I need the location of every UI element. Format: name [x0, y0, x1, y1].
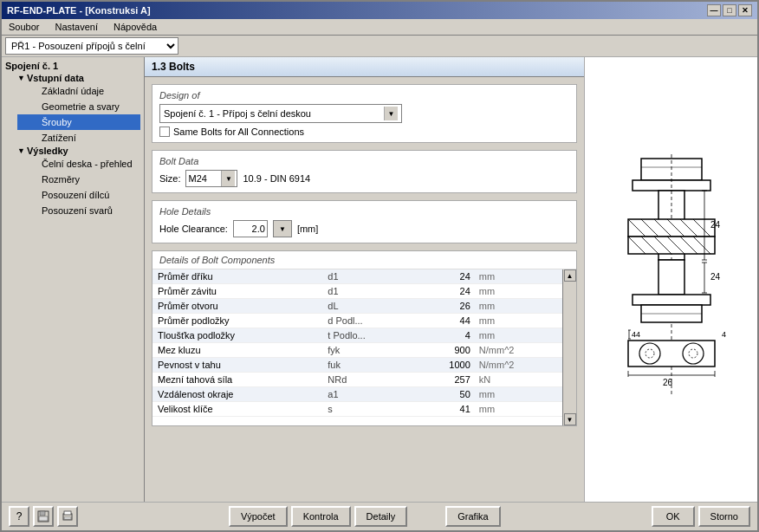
svg-text:24: 24 [710, 220, 721, 230]
expand-icon-vysledky: ▼ [17, 146, 25, 155]
detail-value: 41 [416, 402, 474, 417]
size-label: Size: [159, 173, 180, 184]
expand-icon-vstupni: ▼ [17, 74, 25, 82]
scroll-down[interactable]: ▼ [564, 413, 576, 425]
tree-root: Spojení č. 1 ▼ Vstupní data Základní úda… [5, 61, 140, 218]
svg-rect-20 [632, 295, 710, 305]
detail-name: Průměr podložky [152, 314, 322, 328]
size-value: M24 [188, 173, 206, 184]
sidebar-item-geometrie[interactable]: Geometrie a svary [17, 99, 140, 114]
minimize-button[interactable]: — [707, 4, 721, 16]
window-title: RF-END-PLATE - [Konstruksi A] [7, 5, 151, 16]
detail-name: Vzdálenost okraje [152, 387, 322, 402]
svg-text:24: 24 [710, 272, 721, 282]
sidebar-item-zatizeni[interactable]: Zatížení [17, 130, 140, 146]
sidebar-item-celni[interactable]: Čelní deska - přehled [17, 156, 140, 172]
window-controls: — □ ✕ [707, 4, 752, 16]
hole-details-section: Hole Details Hole Clearance: ▼ [mm] [152, 200, 577, 243]
size-dropdown[interactable]: M24 ▼ [185, 170, 237, 187]
detail-unit: mm [474, 284, 562, 299]
detail-value: 900 [416, 343, 474, 358]
panel-body: Design of Spojení č. 1 - Přípoj s čelní … [145, 77, 584, 502]
clearance-dropdown[interactable]: ▼ [273, 220, 292, 237]
sidebar-item-rozmery[interactable]: Rozměry [17, 172, 140, 187]
diagram-panel: 24 24 26 [584, 57, 757, 502]
design-dropdown-arrow[interactable]: ▼ [384, 107, 398, 120]
storno-button[interactable]: Storno [698, 506, 750, 527]
detaily-button[interactable]: Detaily [354, 506, 408, 527]
toolbar: PŘ1 - Posouzení přípojů s čelní [2, 36, 757, 57]
table-row: Průměr podložky d Podl... 44 mm [152, 314, 562, 328]
sidebar-item-posouzeni-svaru[interactable]: Posouzení svarů [17, 203, 140, 218]
tree-group-vstupni: ▼ Vstupní data Základní údaje Geometrie … [5, 73, 140, 146]
bottom-center-buttons: Výpočet Kontrola Detaily Grafika [229, 506, 501, 527]
design-dropdown[interactable]: Spojení č. 1 - Přípoj s čelní deskou ▼ [159, 104, 402, 123]
detail-unit: kN [474, 373, 562, 387]
grafika-button[interactable]: Grafika [445, 506, 500, 527]
table-with-scroll: Průměr dříku d1 24 mm Průměr závitu d1 2… [152, 269, 576, 425]
same-bolts-label: Same Bolts for All Connections [173, 127, 304, 137]
connection-dropdown[interactable]: PŘ1 - Posouzení přípojů s čelní [5, 37, 178, 55]
table-row: Velikost klíče s 41 mm [152, 402, 562, 417]
tree-root-label: Spojení č. 1 [5, 61, 140, 71]
sidebar: Spojení č. 1 ▼ Vstupní data Základní úda… [2, 57, 145, 502]
details-table: Průměr dříku d1 24 mm Průměr závitu d1 2… [152, 269, 562, 417]
detail-value: 257 [416, 373, 474, 387]
help-button[interactable]: ? [9, 506, 29, 527]
svg-rect-19 [658, 260, 684, 295]
detail-name: Mezní tahová síla [152, 373, 322, 387]
main-content: Spojení č. 1 ▼ Vstupní data Základní úda… [2, 57, 757, 502]
detail-value: 44 [416, 314, 474, 328]
bolt-data-label: Bolt Data [159, 156, 569, 166]
table-row: Mezní tahová síla NRd 257 kN [152, 373, 562, 387]
tree-group-vstupni-label: Vstupní data [27, 73, 84, 83]
detail-symbol: a1 [322, 387, 416, 402]
sidebar-item-srouby[interactable]: Šrouby [17, 114, 140, 130]
svg-rect-49 [64, 511, 71, 515]
main-window: RF-END-PLATE - [Konstruksi A] — □ ✕ Soub… [0, 0, 759, 532]
print-icon [62, 510, 74, 522]
detail-unit: mm [474, 299, 562, 314]
kontrola-button[interactable]: Kontrola [291, 506, 351, 527]
hole-details-label: Hole Details [159, 206, 569, 217]
scroll-up[interactable]: ▲ [564, 269, 576, 282]
maximize-button[interactable]: □ [723, 4, 736, 16]
tree-group-vysledky-header[interactable]: ▼ Výsledky [17, 146, 140, 156]
detail-symbol: dL [322, 299, 416, 314]
bolt-data-section: Bolt Data Size: M24 ▼ 10.9 - DIN 6914 [152, 150, 577, 193]
detail-unit: mm [474, 269, 562, 284]
menu-soubor[interactable]: Soubor [5, 21, 42, 33]
detail-unit: mm [474, 387, 562, 402]
detail-value: 24 [416, 284, 474, 299]
bottom-left-buttons: ? [9, 506, 78, 527]
detail-unit: mm [474, 328, 562, 343]
detail-value: 50 [416, 387, 474, 402]
checkbox-row: Same Bolts for All Connections [159, 127, 569, 137]
svg-rect-31 [628, 341, 715, 367]
detail-symbol: fuk [322, 358, 416, 373]
save-button[interactable] [33, 506, 54, 527]
tree-group-vstupni-header[interactable]: ▼ Vstupní data [17, 73, 140, 83]
save-icon [37, 510, 49, 522]
menu-napoveda[interactable]: Nápověda [110, 21, 160, 33]
ok-button[interactable]: OK [652, 506, 695, 527]
detail-value: 26 [416, 299, 474, 314]
design-of-label: Design of [159, 90, 569, 101]
print-button[interactable] [57, 506, 78, 527]
bolt-diagram: 24 24 26 [594, 150, 749, 410]
sidebar-item-zakladni[interactable]: Základní údaje [17, 83, 140, 99]
sidebar-item-posouzeni-dilcu[interactable]: Posouzení dílcú [17, 187, 140, 203]
svg-text:4: 4 [722, 330, 726, 339]
svg-text:44: 44 [632, 330, 640, 339]
detail-unit: mm [474, 402, 562, 417]
menu-nastaveni[interactable]: Nastavení [51, 21, 101, 33]
size-dropdown-arrow[interactable]: ▼ [221, 171, 235, 186]
table-row: Průměr závitu d1 24 mm [152, 284, 562, 299]
clearance-input[interactable] [233, 220, 268, 237]
close-button[interactable]: ✕ [738, 4, 752, 16]
scrollbar[interactable]: ▲ ▼ [562, 269, 576, 425]
same-bolts-checkbox[interactable] [159, 127, 170, 137]
vypocet-button[interactable]: Výpočet [229, 506, 288, 527]
tree-group-vysledky-label: Výsledky [27, 146, 68, 156]
table-row: Vzdálenost okraje a1 50 mm [152, 387, 562, 402]
